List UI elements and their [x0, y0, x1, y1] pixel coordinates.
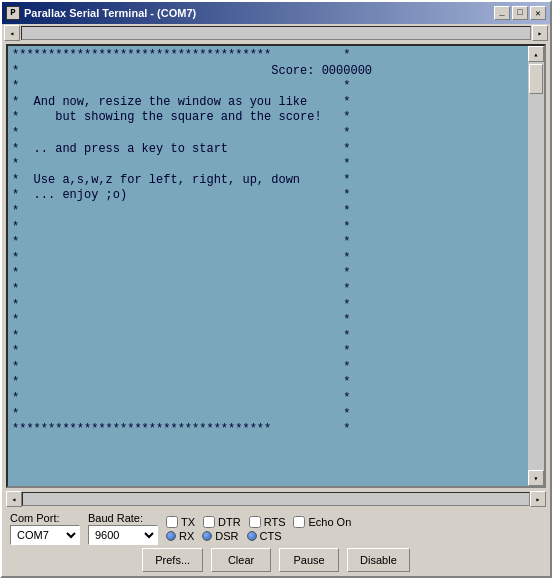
terminal-text: ************************************ * *…	[8, 46, 528, 440]
com-port-group: Com Port: COM7	[10, 512, 80, 545]
indicators-row2: RX DSR CTS	[166, 530, 351, 542]
echo-on-label: Echo On	[308, 516, 351, 528]
pause-button[interactable]: Pause	[279, 548, 339, 572]
bottom-h-track[interactable]	[22, 492, 530, 506]
rts-indicator: RTS	[249, 516, 286, 528]
rts-checkbox[interactable]	[249, 516, 261, 528]
rx-indicator: RX	[166, 530, 194, 542]
dtr-indicator: DTR	[203, 516, 241, 528]
cts-led	[247, 531, 257, 541]
com-port-label: Com Port:	[10, 512, 60, 524]
rts-label: RTS	[264, 516, 286, 528]
baud-rate-group: Baud Rate: 9600	[88, 512, 158, 545]
prefs-button[interactable]: Prefs...	[142, 548, 203, 572]
controls-area: Com Port: COM7 Baud Rate: 9600 TX	[2, 508, 550, 576]
echo-on-checkbox[interactable]	[293, 516, 305, 528]
minimize-button[interactable]: _	[494, 6, 510, 20]
echo-on-group: Echo On	[293, 516, 351, 528]
tx-checkbox[interactable]	[166, 516, 178, 528]
title-bar: P Parallax Serial Terminal - (COM7) _ □ …	[2, 2, 550, 24]
terminal-wrapper: ************************************ * *…	[6, 44, 546, 488]
v-scroll-track[interactable]	[528, 62, 544, 470]
clear-button[interactable]: Clear	[211, 548, 271, 572]
cts-indicator: CTS	[247, 530, 282, 542]
vertical-scrollbar: ▴ ▾	[528, 46, 544, 486]
indicators-group: TX DTR RTS Echo On	[166, 516, 351, 542]
bottom-scroll-right-btn[interactable]: ▸	[530, 491, 546, 507]
scroll-up-btn[interactable]: ▴	[528, 46, 544, 62]
app-icon: P	[6, 6, 20, 20]
tx-indicator: TX	[166, 516, 195, 528]
buttons-row: Prefs... Clear Pause Disable	[10, 548, 542, 572]
dsr-indicator: DSR	[202, 530, 238, 542]
bottom-scroll-left-btn[interactable]: ◂	[6, 491, 22, 507]
dsr-led	[202, 531, 212, 541]
terminal-display[interactable]: ************************************ * *…	[8, 46, 528, 486]
cts-label: CTS	[260, 530, 282, 542]
top-scrollbar: ◂ ▸	[2, 24, 550, 42]
com-port-select[interactable]: COM7	[10, 525, 80, 545]
indicators-row1: TX DTR RTS Echo On	[166, 516, 351, 528]
baud-rate-select[interactable]: 9600	[88, 525, 158, 545]
disable-button[interactable]: Disable	[347, 548, 410, 572]
v-scroll-thumb[interactable]	[529, 64, 543, 94]
scroll-right-btn[interactable]: ▸	[532, 25, 548, 41]
maximize-button[interactable]: □	[512, 6, 528, 20]
bottom-scrollbar: ◂ ▸	[6, 491, 546, 507]
h-scroll-track[interactable]	[21, 26, 531, 40]
baud-rate-label: Baud Rate:	[88, 512, 143, 524]
rx-label: RX	[179, 530, 194, 542]
scroll-left-btn[interactable]: ◂	[4, 25, 20, 41]
main-window: P Parallax Serial Terminal - (COM7) _ □ …	[0, 0, 552, 578]
rx-led	[166, 531, 176, 541]
close-button[interactable]: ✕	[530, 6, 546, 20]
dsr-label: DSR	[215, 530, 238, 542]
tx-label: TX	[181, 516, 195, 528]
dtr-checkbox[interactable]	[203, 516, 215, 528]
controls-row1: Com Port: COM7 Baud Rate: 9600 TX	[10, 512, 542, 545]
window-title: Parallax Serial Terminal - (COM7)	[24, 7, 490, 19]
title-bar-buttons: _ □ ✕	[494, 6, 546, 20]
scroll-down-btn[interactable]: ▾	[528, 470, 544, 486]
dtr-label: DTR	[218, 516, 241, 528]
